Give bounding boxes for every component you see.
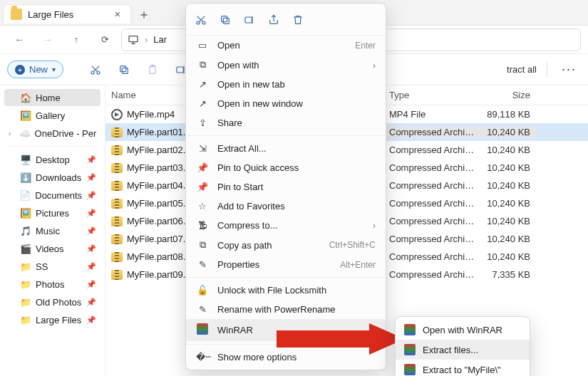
- ctx-properties[interactable]: ✎PropertiesAlt+Enter: [186, 255, 386, 274]
- file-type: Compressed Archive ...: [383, 198, 483, 209]
- file-size: 7,335 KB: [483, 269, 536, 280]
- sidebar-item-videos[interactable]: 🎬Videos📌: [4, 240, 100, 257]
- file-size: 10,240 KB: [483, 216, 536, 226]
- ctx-open[interactable]: ▭OpenEnter: [186, 36, 386, 55]
- context-menu: ▭OpenEnter ⧉Open with› ↗Open in new tab …: [185, 3, 386, 370]
- folder-icon: 📁: [20, 278, 31, 290]
- sidebar-item-downloads[interactable]: ⬇️Downloads📌: [4, 169, 100, 186]
- sidebar-item-old-photos[interactable]: 📁Old Photos📌: [4, 293, 100, 310]
- sidebar-item-photos[interactable]: 📁Photos📌: [4, 276, 100, 293]
- svg-rect-12: [245, 17, 252, 23]
- up-button[interactable]: ↑: [64, 28, 88, 52]
- file-size: 10,240 KB: [483, 198, 536, 209]
- separator: [547, 62, 547, 78]
- extract-all-button[interactable]: tract all: [507, 64, 537, 75]
- svg-rect-10: [223, 18, 229, 24]
- cloud-icon: ☁️: [19, 127, 31, 139]
- new-button[interactable]: + New ▾: [7, 61, 63, 78]
- winrar-icon: [196, 323, 209, 337]
- ctx-copy-path[interactable]: ⧉Copy as pathCtrl+Shift+C: [186, 235, 386, 255]
- ctx-cut-button[interactable]: [190, 9, 212, 31]
- close-icon[interactable]: ×: [112, 9, 123, 20]
- ctx-pin-quick[interactable]: 📌Pin to Quick access: [186, 158, 386, 177]
- sidebar-item-music[interactable]: 🎵Music📌: [4, 222, 100, 239]
- folder-icon: 🖥️: [20, 154, 31, 165]
- new-window-icon: ↗: [196, 98, 209, 109]
- sub-extract-to[interactable]: Extract to "MyFile\": [396, 360, 530, 376]
- sidebar-item-ss[interactable]: 📁SS📌: [4, 258, 100, 275]
- ctx-open-new-tab[interactable]: ↗Open in new tab: [186, 75, 386, 94]
- sidebar-item-home[interactable]: 🏠Home: [4, 89, 100, 106]
- ctx-share[interactable]: ⇪Share: [186, 113, 386, 132]
- ctx-unlock[interactable]: 🔓Unlock with File Locksmith: [186, 281, 386, 300]
- new-tab-icon: ↗: [196, 79, 209, 90]
- paste-button[interactable]: [142, 59, 163, 80]
- folder-icon: 📁: [20, 296, 31, 308]
- chevron-down-icon: ▾: [52, 66, 56, 73]
- ctx-copy-button[interactable]: [215, 9, 236, 31]
- file-size: 10,240 KB: [483, 127, 536, 137]
- folder-icon: 🎵: [20, 225, 31, 236]
- tab-title: Large Files: [28, 9, 73, 20]
- col-size[interactable]: Size: [483, 90, 536, 100]
- sidebar-item-large-files[interactable]: 📁Large Files📌: [4, 311, 100, 328]
- ctx-pin-start[interactable]: 📌Pin to Start: [186, 177, 386, 197]
- archive-icon: [111, 163, 123, 173]
- svg-rect-3: [122, 68, 128, 73]
- ctx-winrar[interactable]: WinRAR›: [186, 319, 386, 341]
- ctx-extract-all[interactable]: ⇲Extract All...: [186, 139, 386, 158]
- more-icon: �ⵈ: [196, 352, 209, 362]
- col-type[interactable]: Type: [383, 90, 483, 100]
- tab-large-files[interactable]: Large Files ×: [3, 4, 131, 24]
- ctx-delete-button[interactable]: [287, 9, 309, 31]
- ctx-add-favorites[interactable]: ☆Add to Favorites: [186, 197, 386, 216]
- sub-extract-files[interactable]: Extract files...: [396, 340, 530, 360]
- plus-icon: +: [15, 65, 25, 75]
- gallery-icon: 🖼️: [20, 110, 31, 121]
- ctx-rename-power[interactable]: ✎Rename with PowerRename: [186, 300, 386, 319]
- archive-icon: [111, 216, 123, 226]
- ctx-rename-button[interactable]: [239, 9, 260, 31]
- folder-icon: 📁: [20, 314, 31, 325]
- forward-button[interactable]: →: [36, 28, 60, 52]
- extract-icon: ⇲: [196, 143, 209, 154]
- sidebar-item-documents[interactable]: 📄Documents📌: [4, 187, 100, 204]
- folder-icon: 📁: [20, 261, 31, 272]
- ctx-share-button[interactable]: [263, 9, 284, 31]
- chevron-right-icon: ›: [145, 34, 148, 45]
- archive-icon: [111, 270, 123, 280]
- home-icon: 🏠: [20, 92, 31, 103]
- ctx-open-with[interactable]: ⧉Open with›: [186, 55, 386, 75]
- pin-icon: 📌: [86, 173, 96, 182]
- winrar-icon: [404, 364, 416, 375]
- cut-button[interactable]: [85, 59, 106, 80]
- chevron-right-icon: ›: [373, 325, 376, 335]
- more-button[interactable]: ···: [557, 62, 581, 77]
- svg-rect-7: [177, 67, 183, 73]
- file-size: 10,240 KB: [483, 162, 536, 173]
- back-button[interactable]: ←: [7, 28, 31, 52]
- sidebar-item-gallery[interactable]: 🖼️Gallery: [4, 107, 100, 124]
- new-tab-button[interactable]: ＋: [134, 4, 154, 24]
- copy-button[interactable]: [113, 59, 135, 80]
- ctx-open-new-window[interactable]: ↗Open in new window: [186, 94, 386, 113]
- sidebar-item-pictures[interactable]: 🖼️Pictures📌: [4, 204, 100, 221]
- sidebar-item-onedrive[interactable]: ›☁️OneDrive - Perso: [4, 125, 100, 142]
- winrar-icon: [404, 324, 416, 335]
- ctx-show-more[interactable]: �ⵈShow more options: [186, 348, 386, 367]
- refresh-button[interactable]: ⟳: [93, 28, 117, 52]
- pin-icon: 📌: [86, 191, 96, 200]
- file-type: Compressed Archive ...: [383, 234, 483, 244]
- folder-icon: 📄: [19, 189, 31, 201]
- file-size: 10,240 KB: [483, 180, 536, 191]
- svg-rect-11: [222, 16, 227, 22]
- chevron-right-icon[interactable]: ›: [9, 130, 15, 137]
- sub-open-with-winrar[interactable]: Open with WinRAR: [396, 320, 530, 340]
- open-with-icon: ⧉: [196, 59, 209, 70]
- file-size: 10,240 KB: [483, 145, 536, 155]
- file-type: Compressed Archive ...: [383, 127, 483, 137]
- archive-icon: [111, 181, 123, 191]
- sidebar-item-desktop[interactable]: 🖥️Desktop📌: [4, 151, 100, 168]
- ctx-compress[interactable]: 🗜Compress to...›: [186, 216, 386, 235]
- winrar-icon: [404, 344, 416, 355]
